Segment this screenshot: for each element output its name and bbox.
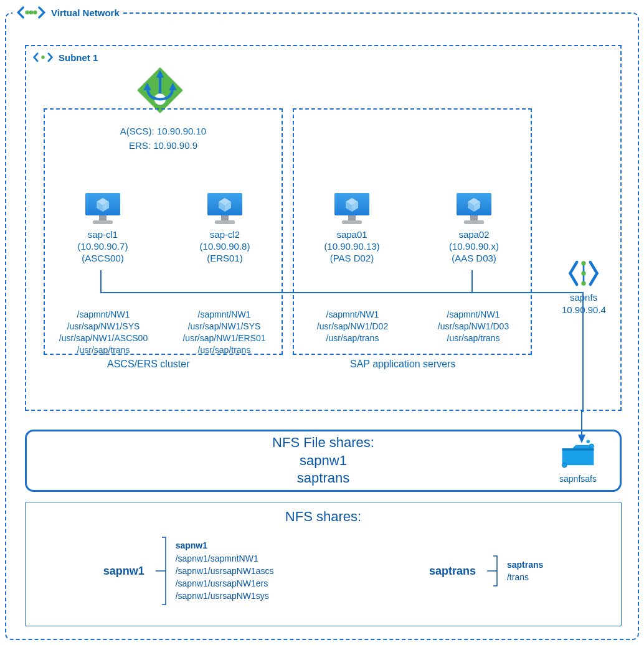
vm2-paths: /sapmnt/NW1 /usr/sap/NW1/SYS /usr/sap/NW…: [168, 309, 280, 356]
svg-rect-12: [93, 220, 113, 224]
vm-icon: [299, 191, 405, 227]
share-sapnw1: sapnw1 sapnw1 /sapnw1/sapmntNW1 /sapnw1/…: [103, 534, 274, 608]
vm-role: (ERS01): [172, 253, 278, 265]
svg-point-36: [581, 271, 585, 275]
bracket-icon: [485, 552, 501, 590]
svg-rect-24: [342, 220, 362, 224]
vm-role: (AAS D03): [421, 253, 527, 265]
svg-rect-17: [221, 215, 229, 220]
share-saptrans: saptrans saptrans /trans: [429, 552, 543, 590]
nfs-fileshares-box: NFS File shares: sapnw1 saptrans sapnfsa…: [25, 430, 622, 492]
storage-folder-icon: [560, 461, 596, 472]
ascs-ers-cluster: sap-cl1 (10.90.90.7) (ASCS00): [44, 108, 283, 355]
nfs-shares-box: NFS shares: sapnw1 sapnw1 /sapnw1/sapmnt…: [25, 502, 622, 626]
svg-rect-30: [464, 220, 484, 224]
svg-point-2: [33, 11, 37, 14]
svg-point-1: [29, 11, 33, 14]
svg-point-3: [41, 55, 44, 59]
svg-point-41: [587, 440, 590, 443]
svg-rect-11: [99, 215, 107, 220]
ascs-cluster-caption: ASCS/ERS cluster: [107, 359, 189, 370]
vm-icon: [172, 191, 278, 227]
vnet-header: Virtual Network: [12, 2, 123, 22]
subnet-header: Subnet 1: [32, 50, 98, 65]
vm-name: sapa02: [421, 229, 527, 241]
svg-point-35: [581, 261, 585, 265]
sapnfs-icon: [567, 257, 600, 293]
virtual-network-container: Virtual Network Subnet 1: [5, 12, 639, 640]
app-cluster-caption: SAP application servers: [350, 359, 456, 370]
svg-point-37: [581, 281, 585, 286]
svg-point-0: [25, 11, 29, 14]
vm4-paths: /sapmnt/NW1 /usr/sap/NW1/D03 /usr/sap/tr…: [417, 309, 529, 344]
vm-role: (PAS D02): [299, 253, 405, 265]
vm-sapa01: sapa01 (10.90.90.13) (PAS D02): [299, 191, 405, 264]
sapnfs-label: sapnfs 10.90.90.4: [562, 291, 605, 316]
vm-sap-cl2: sap-cl2 (10.90.90.8) (ERS01): [172, 191, 278, 264]
subnet-title: Subnet 1: [59, 52, 98, 63]
vm3-paths: /sapmnt/NW1 /usr/sap/NW1/D02 /usr/sap/tr…: [296, 309, 409, 344]
nfs-fileshares-text: NFS File shares: sapnw1 saptrans: [272, 434, 374, 487]
subnet-icon: [32, 50, 54, 65]
vm-ip: (10.90.90.7): [50, 241, 156, 253]
vm-ip: (10.90.90.8): [172, 241, 278, 253]
vnet-icon: [16, 2, 46, 22]
vm1-paths: /sapmnt/NW1 /usr/sap/NW1/SYS /usr/sap/NW…: [47, 309, 159, 356]
vm-role: (ASCS00): [50, 253, 156, 265]
vm-icon: [50, 191, 156, 227]
vm-ip: (10.90.90.13): [299, 241, 405, 253]
vm-name: sapa01: [299, 229, 405, 241]
vm-name: sap-cl1: [50, 229, 156, 241]
vm-ip: (10.90.90.x): [421, 241, 527, 253]
svg-rect-18: [215, 220, 235, 224]
svg-point-40: [589, 444, 594, 448]
sap-app-servers: sapa01 (10.90.90.13) (PAS D02): [293, 108, 532, 355]
vm-name: sap-cl2: [172, 229, 278, 241]
svg-point-39: [562, 463, 567, 468]
vnet-title: Virtual Network: [51, 7, 120, 18]
bracket-icon: [153, 534, 169, 608]
sapnfsafs: sapnfsafs: [550, 440, 606, 484]
vm-sapa02: sapa02 (10.90.90.x) (AAS D03): [421, 191, 527, 264]
subnet-container: Subnet 1 A(SCS): 10.90.90.10 ERS: 10.90.…: [25, 45, 622, 411]
svg-rect-23: [348, 215, 356, 220]
nfs-shares-title: NFS shares:: [26, 509, 621, 525]
sapnfsafs-label: sapnfsafs: [550, 474, 606, 484]
vm-icon: [421, 191, 527, 227]
svg-rect-29: [470, 215, 478, 220]
vm-sap-cl1: sap-cl1 (10.90.90.7) (ASCS00): [50, 191, 156, 264]
